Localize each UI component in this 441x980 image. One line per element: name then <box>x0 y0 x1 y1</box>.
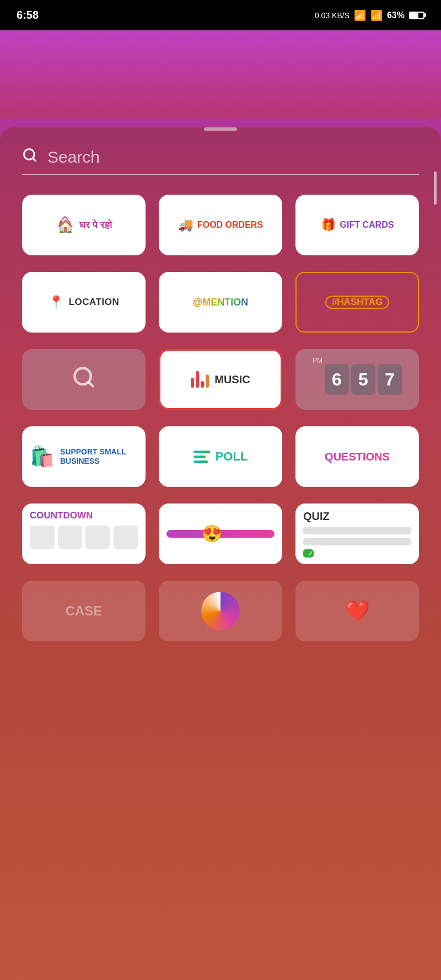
main-container: 🏠 घर पे रहो 🚚 FOOD ORDERS 🎁 GIFT CARDS 📍 <box>0 30 441 980</box>
location-icon: 📍 <box>49 295 63 309</box>
status-bar: 6:58 0.03 KB/S 📶 📶 63% <box>0 0 441 30</box>
emoji-slider-thumb: 😍 <box>202 526 222 542</box>
sticker-location[interactable]: 📍 LOCATION <box>22 272 146 333</box>
drag-handle[interactable] <box>204 127 237 131</box>
location-label: LOCATION <box>69 297 120 308</box>
search-icon <box>22 147 37 167</box>
poll-line-1 <box>193 451 210 453</box>
sticker-grid: 🏠 घर पे रहो 🚚 FOOD ORDERS 🎁 GIFT CARDS 📍 <box>22 195 419 564</box>
case-label: CASE <box>66 603 103 619</box>
status-time: 6:58 <box>17 9 39 22</box>
food-orders-label: FOOD ORDERS <box>197 220 263 230</box>
network-speed: 0.03 KB/S <box>315 11 349 20</box>
sticker-quiz[interactable]: QUIZ ✓ <box>295 504 419 564</box>
poll-line-3 <box>193 460 208 463</box>
sticker-poll[interactable]: POLL <box>159 426 282 487</box>
search-input-wrapper <box>22 147 419 175</box>
status-bar-right: 0.03 KB/S 📶 📶 63% <box>315 9 424 22</box>
time-pm: PM <box>313 357 322 365</box>
sticker-small-biz[interactable]: 🛍️ SUPPORT SMALL BUSINESS <box>22 426 146 487</box>
sticker-mention[interactable]: @MENTION <box>159 272 282 333</box>
emoji-slider-track: 😍 <box>166 530 275 538</box>
music-label: MUSIC <box>214 373 250 386</box>
svg-line-4 <box>89 382 93 386</box>
gift-cards-label: GIFT CARDS <box>340 220 394 230</box>
countdown-title: COUNTDOWN <box>30 510 93 521</box>
bottom-sheet: 🏠 घर पे रहो 🚚 FOOD ORDERS 🎁 GIFT CARDS 📍 <box>0 127 441 980</box>
heart-emoji: ❤️ <box>345 599 370 623</box>
sticker-music[interactable]: MUSIC <box>159 349 282 410</box>
food-icon: 🚚 <box>178 218 193 232</box>
quiz-title: QUIZ <box>303 510 330 523</box>
search-gray-icon <box>72 365 96 394</box>
wifi-icon: 📶 <box>354 9 366 22</box>
ghar-icon: 🏠 <box>55 213 75 237</box>
top-bleed <box>0 30 441 119</box>
sticker-ghar-pe-raho[interactable]: 🏠 घर पे रहो <box>22 195 146 255</box>
gift-icon: 🎁 <box>321 218 336 232</box>
hashtag-label: #HASHTAG <box>325 296 389 309</box>
countdown-block-2 <box>58 526 83 549</box>
mention-label: @MENTION <box>193 297 249 308</box>
search-input[interactable] <box>47 148 419 167</box>
sticker-hashtag[interactable]: #HASHTAG <box>295 272 419 333</box>
countdown-block-4 <box>114 526 138 549</box>
sticker-heart[interactable]: ❤️ <box>295 581 419 641</box>
sticker-food-orders[interactable]: 🚚 FOOD ORDERS <box>159 195 282 255</box>
time-digit-min2: 7 <box>378 364 402 395</box>
small-biz-label: SUPPORT SMALL BUSINESS <box>60 447 138 466</box>
music-bar-2 <box>196 371 199 388</box>
quiz-option-correct: ✓ <box>303 549 314 558</box>
quiz-option-1 <box>303 527 411 534</box>
countdown-block-1 <box>30 526 55 549</box>
sticker-emoji-slider[interactable]: 😍 <box>159 504 282 564</box>
sticker-countdown[interactable]: COUNTDOWN <box>22 504 146 564</box>
poll-label: POLL <box>216 449 248 464</box>
circle-graphic <box>201 592 240 630</box>
time-digit-min1: 5 <box>351 364 375 395</box>
music-bar-1 <box>191 378 194 388</box>
sticker-circle-graphic[interactable] <box>159 581 282 641</box>
time-digit-hour: 6 <box>325 364 349 395</box>
countdown-blocks <box>30 526 138 549</box>
svg-line-1 <box>33 158 35 160</box>
sticker-search-gray[interactable] <box>22 349 146 410</box>
questions-label: QUESTIONS <box>325 451 390 463</box>
music-bar-3 <box>201 381 204 388</box>
small-biz-icon: 🛍️ <box>30 445 55 468</box>
sticker-questions[interactable]: QUESTIONS <box>295 426 419 487</box>
scrollbar[interactable] <box>434 172 437 205</box>
poll-icon <box>193 451 210 463</box>
quiz-option-2 <box>303 538 411 546</box>
music-bars <box>191 371 209 388</box>
signal-icon: 📶 <box>370 9 383 22</box>
row6: CASE ❤️ <box>22 581 419 641</box>
ghar-pe-raho-label: घर पे रहो <box>79 219 112 231</box>
sticker-time[interactable]: PM 6 5 7 <box>295 349 419 410</box>
sticker-case[interactable]: CASE <box>22 581 146 641</box>
battery-percent: 63% <box>387 10 405 20</box>
countdown-block-3 <box>85 526 110 549</box>
search-container <box>22 147 419 175</box>
poll-line-2 <box>193 456 206 458</box>
battery-icon <box>409 12 424 19</box>
sticker-gift-cards[interactable]: 🎁 GIFT CARDS <box>295 195 419 255</box>
music-bar-4 <box>206 374 209 388</box>
svg-text:🏠: 🏠 <box>57 218 74 233</box>
